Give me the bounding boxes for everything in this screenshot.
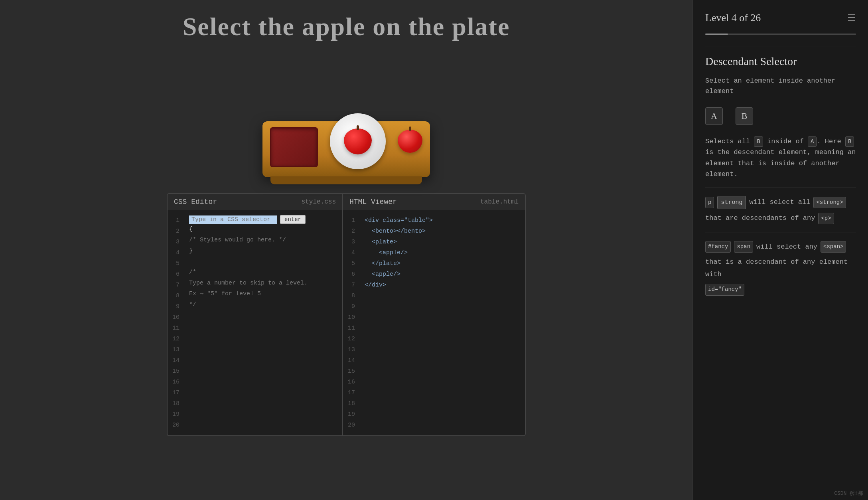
level-progress-fill [705,34,728,35]
html-line-5: </plate> [365,258,520,269]
css-line-7: Type a number to skip to a level. [189,278,337,289]
example2-span-tag: span [734,241,753,253]
css-line-numbers: 12345 678910 1112131415 1617181920 [168,213,184,432]
main-area: Select the apple on the plate CSS Editor… [0,0,692,500]
css-line-9: */ [189,299,337,310]
example-1-row: p strong will select all <strong> that a… [705,196,856,225]
html-line-2: <bento></bento> [365,226,520,237]
example-2-row: #fancy span will select any <span> that … [705,241,856,296]
example2-id-code: id="fancy" [705,284,744,295]
level-title: Select the apple on the plate [183,12,510,42]
watermark: CSDN @汪那 [834,490,863,497]
example2-fancy-tag: #fancy [705,241,731,253]
html-line-4: <apple/> [365,247,520,258]
example1-text: will select all [749,196,810,209]
css-selector-input[interactable] [189,215,277,224]
css-editor-header: CSS Editor style.css [168,194,342,210]
html-line-1: <div class="table"> [365,215,520,226]
divider-1 [705,47,856,47]
example1-p-tag: p [705,197,714,208]
html-viewer-content: 12345 678910 1112131415 1617181920 <div … [343,210,525,435]
css-code-content: enter { /* Styles would go here. */ } /*… [184,213,342,432]
apple-on-plate [344,128,372,154]
scene [207,57,486,177]
bento-box [270,127,318,167]
section-title: Descendant Selector [705,55,856,68]
b-box: B [736,107,753,125]
level-label: Level 4 of 26 [705,12,761,24]
plate [330,113,386,169]
example1-p-code: <p> [818,213,834,224]
sidebar: Level 4 of 26 ☰ Descendant Selector Sele… [692,0,868,500]
css-editor-filename: style.css [302,198,336,206]
html-viewer-label: HTML Viewer [349,198,397,206]
html-line-3: <plate> [365,237,520,247]
a-code-tag-1: A [808,136,817,147]
html-line-numbers: 12345 678910 1112131415 1617181920 [343,213,360,432]
html-viewer-filename: table.html [480,198,519,206]
section-desc: Select an element inside another element [705,76,856,96]
sidebar-header: Level 4 of 26 ☰ [705,12,856,27]
html-code-content: <div class="table"> <bento></bento> <pla… [360,213,525,432]
css-editor: CSS Editor style.css 12345 678910 111213… [168,194,343,435]
a-box: A [705,107,723,125]
divider-2 [705,188,856,188]
css-editor-content: 12345 678910 1112131415 1617181920 enter… [168,210,342,435]
table-board [262,121,430,177]
css-editor-label: CSS Editor [174,198,217,206]
html-viewer-header: HTML Viewer table.html [343,194,525,210]
editor-panel: CSS Editor style.css 12345 678910 111213… [167,193,526,436]
html-viewer: HTML Viewer table.html 12345 678910 1112… [343,194,525,435]
css-line-8: Ex → "5" for level 5 [189,289,337,299]
explanation-text-1: Selects all B inside of A. Here B is the… [705,136,856,180]
divider-3 [705,233,856,233]
html-line-7: </div> [365,280,520,291]
enter-button[interactable]: enter [280,215,306,224]
b-code-tag-1: B [754,136,763,147]
css-line-2: { [189,224,337,235]
css-input-line: enter [189,215,337,224]
example1-strong-code: <strong> [813,197,846,208]
example1-strong-tag: strong [717,196,746,209]
example2-text: will select any [756,241,817,253]
html-line-6: <apple/> [365,269,520,280]
level-progress-bar [705,34,856,35]
ab-diagram: A B [705,107,856,125]
css-line-6: /* [189,267,337,278]
example2-span-code: <span> [821,241,846,253]
example1-text2: that are descendants of any [705,212,815,225]
example2-text2: that is a descendant of any element with [705,256,856,281]
css-line-3: /* Styles would go here. */ [189,235,337,245]
css-line-4: } [189,245,337,256]
apple-standalone [398,130,422,153]
menu-icon[interactable]: ☰ [847,12,856,24]
b-code-tag-2: B [845,136,854,147]
css-line-5 [189,256,337,267]
